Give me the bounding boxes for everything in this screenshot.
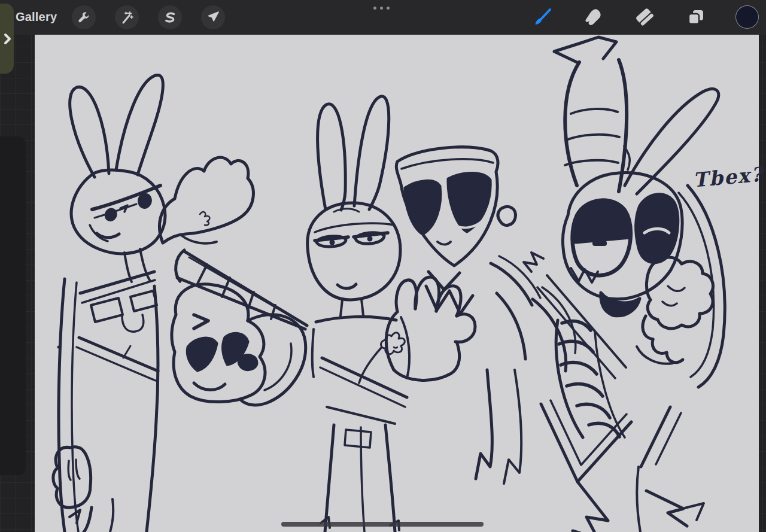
- top-toolbar: Gallery: [0, 0, 766, 35]
- adjustments-button[interactable]: [115, 5, 139, 29]
- sketch-character-right: [524, 37, 725, 532]
- dot: [373, 7, 376, 10]
- home-indicator-bar[interactable]: [281, 522, 484, 527]
- dot: [380, 7, 383, 10]
- gallery-button[interactable]: Gallery: [16, 10, 57, 24]
- sidebar-panel: [0, 136, 26, 475]
- wrench-icon: [77, 10, 91, 25]
- paint-tool-button[interactable]: [531, 6, 554, 29]
- chevron-right-icon: [3, 33, 11, 45]
- sketch-character-left: [53, 75, 307, 532]
- dot: [387, 7, 390, 10]
- transform-arrow-icon: [206, 10, 220, 25]
- actions-button[interactable]: [72, 5, 96, 29]
- transform-button[interactable]: [201, 5, 225, 29]
- layers-icon: [686, 7, 706, 28]
- smudge-finger-icon: [583, 7, 603, 28]
- layers-button[interactable]: [685, 6, 707, 29]
- eraser-icon: [635, 7, 655, 28]
- sketch-character-mask: [359, 147, 576, 484]
- selection-s-icon: [163, 10, 177, 25]
- sidebar-toggle-tab[interactable]: [0, 4, 14, 74]
- color-swatch-button[interactable]: [735, 5, 759, 29]
- magic-wand-icon: [120, 10, 134, 25]
- selection-button[interactable]: [158, 5, 182, 29]
- canvas-artwork: [35, 35, 759, 532]
- paintbrush-icon: [532, 7, 552, 28]
- drawing-canvas[interactable]: Tbex?: [35, 35, 759, 532]
- multitasking-ellipsis-icon[interactable]: [373, 5, 394, 10]
- smudge-tool-button[interactable]: [582, 6, 604, 29]
- erase-tool-button[interactable]: [634, 6, 656, 29]
